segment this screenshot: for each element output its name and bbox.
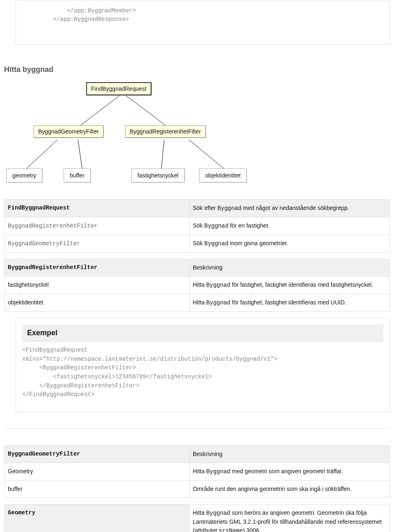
table-geometry: Geometry Hitta Byggnad som berörs av ang…: [4, 504, 390, 532]
cell-right: Område runt den angivna geometrin som sk…: [193, 486, 352, 492]
cell-head-left: Geometry: [8, 509, 35, 516]
table-registerenhetfilter: ByggnadRegisterenhetFilter Beskrivning f…: [4, 259, 390, 312]
cell-left: Geometry: [8, 468, 33, 474]
table-findbyggnadrequest: FindByggnadRequest Sök efter Byggnad med…: [4, 199, 390, 253]
diagram-node-geometryfilter: ByggnadGeometryFilter: [34, 125, 103, 138]
cell-head-left: FindByggnadRequest: [8, 205, 70, 211]
svg-line-3: [78, 140, 82, 168]
cell-head-right: Beskrivning: [193, 451, 222, 457]
cell-head-right: Beskrivning: [193, 264, 222, 271]
example-title: Exempel: [22, 325, 383, 342]
svg-line-2: [27, 140, 57, 168]
table-row: ByggnadGeometryFilter Sök Byggnad inom g…: [5, 235, 390, 253]
code-byggnad: Byggnad: [218, 205, 242, 212]
diagram-leaf-fastighetsnyckel: fastighetsnyckel: [131, 168, 185, 182]
cell-text: Sök efter: [193, 205, 218, 211]
diagram-node-registerenhetfilter: ByggnadRegisterenhetFilter: [125, 125, 206, 138]
table-row: ByggnadRegisterenhetFilter Sök Byggnad f…: [5, 217, 390, 235]
table-geometryfilter: ByggnadGeometryFilter Beskrivning Geomet…: [4, 445, 390, 498]
diagram-leaf-buffer: buffer: [64, 168, 91, 182]
table-row: objektidentitet Hitta Byggnad för fastig…: [5, 294, 390, 312]
table-row: fastighetsnyckel Hitta Byggnad för fasti…: [5, 276, 390, 294]
diagram-leaf-objektidentitet: objektidentitet: [199, 168, 247, 182]
table-row: buffer Område runt den angivna geometrin…: [5, 481, 390, 498]
svg-line-5: [189, 140, 224, 168]
cell-left: buffer: [8, 486, 23, 492]
table-row: Geometry Hitta Byggnad som berörs av ang…: [5, 504, 390, 532]
class-diagram: FindByggnadRequest ByggnadGeometryFilter…: [4, 82, 267, 191]
cell-head-left: ByggnadGeometryFilter: [8, 451, 80, 457]
divider: [4, 428, 390, 429]
table-row: FindByggnadRequest Sök efter Byggnad med…: [5, 200, 390, 217]
cell-left: ByggnadRegisterenhetFilter: [8, 223, 97, 229]
section-title-hitta: Hitta byggnad: [4, 65, 390, 74]
table-row: ByggnadRegisterenhetFilter Beskrivning: [5, 259, 390, 276]
table-row: Geometry Hitta Byggnad med geometri som …: [5, 463, 390, 481]
cell-left: objektidentitet: [8, 299, 43, 306]
svg-line-4: [161, 140, 164, 168]
cell-head-left: ByggnadRegisterenhetFilter: [8, 264, 97, 271]
example-code: <FindByggnadRequest xmlns="http://namesp…: [22, 346, 383, 399]
diagram-leaf-geometry: geometry: [6, 168, 42, 182]
example-box: Exempel <FindByggnadRequest xmlns="http:…: [16, 318, 390, 412]
table-row: ByggnadGeometryFilter Beskrivning: [5, 446, 390, 463]
svg-line-0: [78, 95, 120, 127]
cell-text: med något av nedanstående sökbegrepp.: [241, 205, 349, 211]
cell-left: fastighetsnyckel: [8, 281, 49, 288]
svg-line-1: [126, 95, 168, 127]
top-code-block: </app:ByggnadMember> </app:ByggnadRespon…: [16, 0, 390, 45]
diagram-node-root: FindByggnadRequest: [86, 82, 151, 95]
cell-left: ByggnadGeometryFilter: [8, 240, 80, 247]
